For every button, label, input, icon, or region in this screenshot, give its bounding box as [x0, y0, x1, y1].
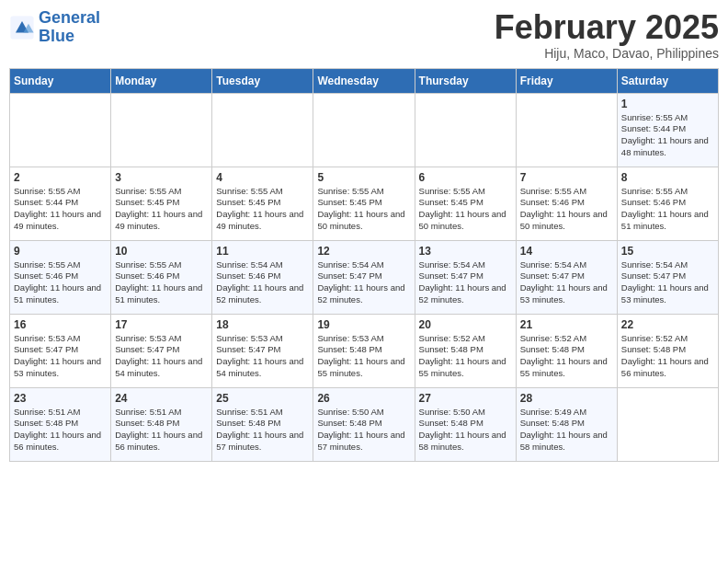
day-cell: 8Sunrise: 5:55 AM Sunset: 5:46 PM Daylig… [617, 167, 718, 240]
day-number: 4 [216, 171, 309, 184]
day-number: 5 [317, 171, 410, 184]
day-info: Sunrise: 5:54 AM Sunset: 5:47 PM Dayligh… [621, 259, 714, 306]
location: Hiju, Maco, Davao, Philippines [495, 46, 719, 61]
day-info: Sunrise: 5:53 AM Sunset: 5:47 PM Dayligh… [14, 333, 107, 380]
weekday-header-sunday: Sunday [10, 68, 111, 93]
day-cell: 27Sunrise: 5:50 AM Sunset: 5:48 PM Dayli… [415, 387, 516, 461]
day-number: 7 [520, 171, 613, 184]
day-number: 3 [115, 171, 208, 184]
week-row-2: 2Sunrise: 5:55 AM Sunset: 5:44 PM Daylig… [10, 167, 719, 240]
day-cell [313, 93, 415, 167]
day-info: Sunrise: 5:55 AM Sunset: 5:45 PM Dayligh… [216, 186, 309, 233]
day-cell: 3Sunrise: 5:55 AM Sunset: 5:45 PM Daylig… [111, 167, 212, 240]
day-number: 18 [216, 318, 309, 331]
day-cell [212, 93, 313, 167]
logo-text: General Blue [39, 9, 100, 46]
week-row-3: 9Sunrise: 5:55 AM Sunset: 5:46 PM Daylig… [10, 240, 719, 314]
day-cell [111, 93, 212, 167]
weekday-header-monday: Monday [111, 68, 212, 93]
day-number: 27 [419, 392, 512, 405]
day-number: 21 [520, 318, 613, 331]
weekday-header-row: SundayMondayTuesdayWednesdayThursdayFrid… [10, 68, 719, 93]
day-info: Sunrise: 5:52 AM Sunset: 5:48 PM Dayligh… [621, 333, 714, 380]
day-number: 8 [621, 171, 714, 184]
day-cell: 18Sunrise: 5:53 AM Sunset: 5:47 PM Dayli… [212, 314, 313, 387]
week-row-1: 1Sunrise: 5:55 AM Sunset: 5:44 PM Daylig… [10, 93, 719, 167]
day-cell: 12Sunrise: 5:54 AM Sunset: 5:47 PM Dayli… [313, 240, 415, 314]
day-number: 1 [621, 98, 714, 110]
weekday-header-saturday: Saturday [617, 68, 718, 93]
day-cell: 10Sunrise: 5:55 AM Sunset: 5:46 PM Dayli… [111, 240, 212, 314]
day-cell: 19Sunrise: 5:53 AM Sunset: 5:48 PM Dayli… [313, 314, 415, 387]
day-number: 10 [115, 245, 208, 258]
day-cell: 6Sunrise: 5:55 AM Sunset: 5:45 PM Daylig… [415, 167, 516, 240]
day-cell [617, 387, 718, 461]
day-cell: 2Sunrise: 5:55 AM Sunset: 5:44 PM Daylig… [10, 167, 111, 240]
day-number: 17 [115, 318, 208, 331]
day-cell [10, 93, 111, 167]
day-number: 25 [216, 392, 309, 405]
weekday-header-tuesday: Tuesday [212, 68, 313, 93]
day-cell: 21Sunrise: 5:52 AM Sunset: 5:48 PM Dayli… [516, 314, 617, 387]
day-info: Sunrise: 5:54 AM Sunset: 5:46 PM Dayligh… [216, 259, 309, 306]
day-cell: 13Sunrise: 5:54 AM Sunset: 5:47 PM Dayli… [415, 240, 516, 314]
day-cell: 26Sunrise: 5:50 AM Sunset: 5:48 PM Dayli… [313, 387, 415, 461]
day-number: 23 [14, 392, 107, 405]
day-cell: 23Sunrise: 5:51 AM Sunset: 5:48 PM Dayli… [10, 387, 111, 461]
day-info: Sunrise: 5:55 AM Sunset: 5:45 PM Dayligh… [317, 186, 410, 233]
day-info: Sunrise: 5:54 AM Sunset: 5:47 PM Dayligh… [520, 259, 613, 306]
page-header: General Blue February 2025 Hiju, Maco, D… [9, 9, 719, 61]
day-info: Sunrise: 5:51 AM Sunset: 5:48 PM Dayligh… [14, 407, 107, 454]
day-info: Sunrise: 5:55 AM Sunset: 5:44 PM Dayligh… [14, 186, 107, 233]
day-cell: 5Sunrise: 5:55 AM Sunset: 5:45 PM Daylig… [313, 167, 415, 240]
day-cell: 15Sunrise: 5:54 AM Sunset: 5:47 PM Dayli… [617, 240, 718, 314]
day-cell [415, 93, 516, 167]
day-number: 6 [419, 171, 512, 184]
title-block: February 2025 Hiju, Maco, Davao, Philipp… [495, 9, 719, 61]
day-number: 14 [520, 245, 613, 258]
day-cell: 28Sunrise: 5:49 AM Sunset: 5:48 PM Dayli… [516, 387, 617, 461]
day-info: Sunrise: 5:55 AM Sunset: 5:46 PM Dayligh… [14, 259, 107, 306]
day-cell: 9Sunrise: 5:55 AM Sunset: 5:46 PM Daylig… [10, 240, 111, 314]
day-info: Sunrise: 5:54 AM Sunset: 5:47 PM Dayligh… [419, 259, 512, 306]
logo-icon [9, 15, 35, 40]
day-info: Sunrise: 5:55 AM Sunset: 5:46 PM Dayligh… [520, 186, 613, 233]
day-number: 2 [14, 171, 107, 184]
day-number: 11 [216, 245, 309, 258]
day-info: Sunrise: 5:51 AM Sunset: 5:48 PM Dayligh… [216, 407, 309, 454]
day-cell: 17Sunrise: 5:53 AM Sunset: 5:47 PM Dayli… [111, 314, 212, 387]
month-title: February 2025 [495, 9, 719, 46]
day-cell [516, 93, 617, 167]
day-info: Sunrise: 5:50 AM Sunset: 5:48 PM Dayligh… [419, 407, 512, 454]
weekday-header-wednesday: Wednesday [313, 68, 415, 93]
day-cell: 16Sunrise: 5:53 AM Sunset: 5:47 PM Dayli… [10, 314, 111, 387]
day-info: Sunrise: 5:55 AM Sunset: 5:46 PM Dayligh… [115, 259, 208, 306]
day-number: 15 [621, 245, 714, 258]
day-number: 12 [317, 245, 410, 258]
logo-blue: Blue [39, 27, 74, 45]
day-number: 16 [14, 318, 107, 331]
day-number: 19 [317, 318, 410, 331]
calendar-table: SundayMondayTuesdayWednesdayThursdayFrid… [9, 68, 719, 462]
weekday-header-thursday: Thursday [415, 68, 516, 93]
day-number: 13 [419, 245, 512, 258]
logo-general: General [39, 8, 100, 27]
calendar-body: 1Sunrise: 5:55 AM Sunset: 5:44 PM Daylig… [10, 93, 719, 461]
day-info: Sunrise: 5:53 AM Sunset: 5:47 PM Dayligh… [216, 333, 309, 380]
day-info: Sunrise: 5:49 AM Sunset: 5:48 PM Dayligh… [520, 407, 613, 454]
day-info: Sunrise: 5:54 AM Sunset: 5:47 PM Dayligh… [317, 259, 410, 306]
day-cell: 1Sunrise: 5:55 AM Sunset: 5:44 PM Daylig… [617, 93, 718, 167]
day-number: 22 [621, 318, 714, 331]
day-cell: 25Sunrise: 5:51 AM Sunset: 5:48 PM Dayli… [212, 387, 313, 461]
day-cell: 11Sunrise: 5:54 AM Sunset: 5:46 PM Dayli… [212, 240, 313, 314]
day-cell: 20Sunrise: 5:52 AM Sunset: 5:48 PM Dayli… [415, 314, 516, 387]
day-number: 20 [419, 318, 512, 331]
weekday-header-friday: Friday [516, 68, 617, 93]
logo: General Blue [9, 9, 100, 46]
day-cell: 7Sunrise: 5:55 AM Sunset: 5:46 PM Daylig… [516, 167, 617, 240]
day-cell: 22Sunrise: 5:52 AM Sunset: 5:48 PM Dayli… [617, 314, 718, 387]
day-info: Sunrise: 5:53 AM Sunset: 5:47 PM Dayligh… [115, 333, 208, 380]
day-number: 24 [115, 392, 208, 405]
day-cell: 4Sunrise: 5:55 AM Sunset: 5:45 PM Daylig… [212, 167, 313, 240]
day-info: Sunrise: 5:52 AM Sunset: 5:48 PM Dayligh… [520, 333, 613, 380]
